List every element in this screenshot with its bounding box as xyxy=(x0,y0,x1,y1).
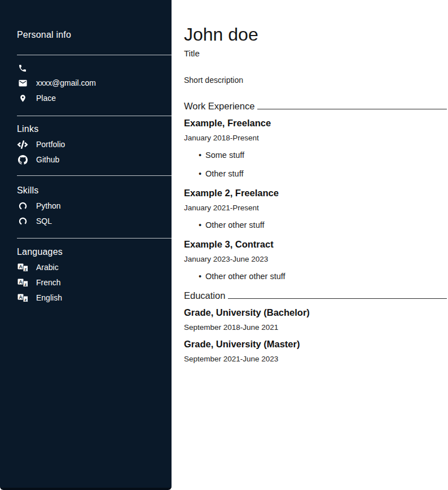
skills-heading: Skills xyxy=(17,185,172,196)
work-entry-period: January 2021-Present xyxy=(184,204,447,213)
bullet-item: Other stuff xyxy=(184,169,447,179)
language-label: Arabic xyxy=(36,263,59,272)
section-title: Work Experience xyxy=(184,101,254,111)
languages-heading: Languages xyxy=(17,246,172,258)
language-row: Az English xyxy=(17,290,172,306)
education-entry-period: September 2018-June 2021 xyxy=(184,323,447,332)
language-row: Az Arabic xyxy=(17,260,172,275)
skill-row: SQL xyxy=(17,214,172,229)
language-label: French xyxy=(36,278,61,288)
sidebar: Personal info xxxx@gmail.com Place xyxy=(0,0,172,490)
section-rule xyxy=(228,298,447,299)
circle-notch-icon xyxy=(17,201,28,211)
contact-row-email: xxxx@gmail.com xyxy=(17,76,172,91)
person-title: Title xyxy=(184,48,447,59)
language-icon: Az xyxy=(17,263,28,273)
language-icon: Az xyxy=(17,293,28,303)
work-entry: Example 2, Freelance January 2021-Presen… xyxy=(184,188,447,230)
circle-notch-icon xyxy=(17,217,28,227)
svg-text:A: A xyxy=(19,264,22,270)
location-text: Place xyxy=(36,94,56,103)
svg-text:z: z xyxy=(24,267,27,272)
education-entry: Grade, University (Master) September 202… xyxy=(184,339,447,364)
link-label[interactable]: Github xyxy=(36,155,59,165)
education-entry-title: Grade, University (Bachelor) xyxy=(184,307,447,318)
links-list: Portfolio Github xyxy=(17,137,172,167)
languages-list: Az Arabic Az French Az English xyxy=(17,260,172,306)
education-heading: Education xyxy=(184,291,447,301)
resume-main: John doe Title Short description Work Ex… xyxy=(184,0,448,490)
phone-icon xyxy=(17,63,28,73)
work-entry-title: Example 3, Contract xyxy=(184,239,447,250)
section-rule xyxy=(257,109,447,109)
language-label: English xyxy=(36,293,62,303)
bullet-item: Some stuff xyxy=(184,151,447,160)
svg-text:A: A xyxy=(19,279,22,285)
language-icon: Az xyxy=(17,278,28,288)
skills-list: Python SQL xyxy=(17,198,172,229)
link-label[interactable]: Portfolio xyxy=(36,140,65,149)
links-heading: Links xyxy=(17,123,172,135)
work-experience-heading: Work Experience xyxy=(184,101,447,111)
sidebar-divider xyxy=(17,55,172,55)
person-name: John doe xyxy=(184,25,447,44)
svg-text:z: z xyxy=(24,282,27,287)
education-section: Education Grade, University (Bachelor) S… xyxy=(184,291,447,364)
short-description: Short description xyxy=(184,76,447,85)
skill-label: SQL xyxy=(36,217,52,226)
education-entry-title: Grade, University (Master) xyxy=(184,339,447,350)
code-icon xyxy=(17,140,28,150)
email-text: xxxx@gmail.com xyxy=(36,78,96,88)
location-icon xyxy=(17,94,28,104)
work-experience-section: Work Experience Example, Freelance Janua… xyxy=(184,101,447,281)
education-entry: Grade, University (Bachelor) September 2… xyxy=(184,307,447,332)
personal-info-heading: Personal info xyxy=(17,29,172,41)
bullet-item: Other other other stuff xyxy=(184,272,447,281)
svg-text:A: A xyxy=(19,294,22,300)
sidebar-divider xyxy=(17,116,172,116)
email-icon xyxy=(17,78,28,89)
education-entry-period: September 2021-June 2023 xyxy=(184,355,447,364)
work-entry-period: January 2018-Present xyxy=(184,134,447,143)
sidebar-divider xyxy=(17,238,172,239)
work-entry: Example, Freelance January 2018-Present … xyxy=(184,118,447,179)
work-entry-bullets: Other other stuff xyxy=(184,220,447,230)
link-row-github[interactable]: Github xyxy=(17,152,172,167)
contact-row-location: Place xyxy=(17,91,172,106)
link-row-portfolio[interactable]: Portfolio xyxy=(17,137,172,152)
work-entry: Example 3, Contract January 2023-June 20… xyxy=(184,239,447,281)
bullet-item: Other other stuff xyxy=(184,220,447,230)
skill-label: Python xyxy=(36,201,61,211)
work-entry-bullets: Other other other stuff xyxy=(184,272,447,281)
github-icon xyxy=(17,155,28,165)
work-entry-title: Example 2, Freelance xyxy=(184,188,447,198)
work-entry-bullets: Some stuff Other stuff xyxy=(184,151,447,179)
skill-row: Python xyxy=(17,198,172,214)
language-row: Az French xyxy=(17,275,172,290)
resume-page: Personal info xxxx@gmail.com Place xyxy=(0,0,448,490)
contact-row-phone xyxy=(17,60,172,76)
section-title: Education xyxy=(184,291,225,301)
work-entry-period: January 2023-June 2023 xyxy=(184,255,447,264)
contact-list: xxxx@gmail.com Place xyxy=(17,60,172,106)
svg-text:z: z xyxy=(24,297,27,302)
work-entry-title: Example, Freelance xyxy=(184,118,447,129)
sidebar-divider xyxy=(17,175,172,176)
